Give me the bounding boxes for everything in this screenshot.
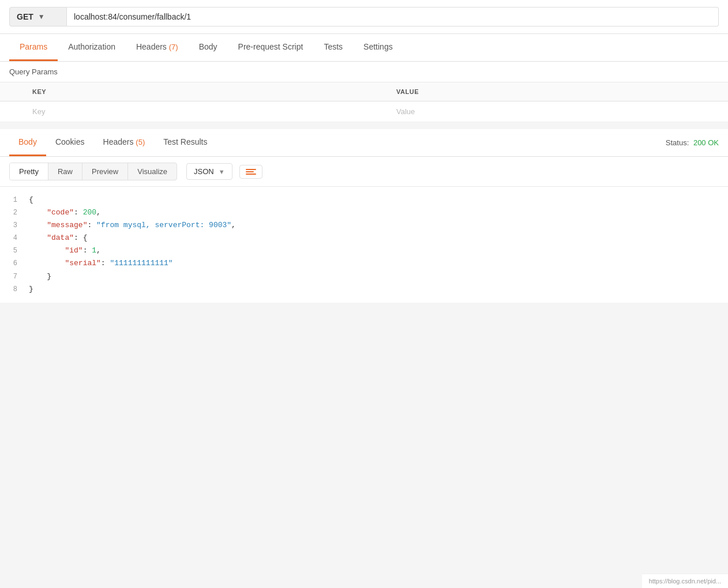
status-value: 200 OK (693, 138, 719, 147)
brace-token: } (47, 272, 51, 281)
key-input-cell: Key (23, 101, 387, 122)
line-number: 3 (0, 219, 29, 231)
wrap-button[interactable] (239, 165, 262, 179)
format-tab-preview[interactable]: Preview (82, 163, 128, 180)
line-number: 6 (0, 257, 29, 269)
format-tab-visualize[interactable]: Visualize (128, 163, 177, 180)
response-tab-body[interactable]: Body (9, 129, 46, 156)
url-input[interactable] (67, 7, 719, 27)
line-number: 1 (0, 194, 29, 206)
response-tab-test-results[interactable]: Test Results (154, 129, 216, 156)
colon-token: : (74, 208, 83, 217)
colon-token: : { (74, 233, 87, 242)
tab-body[interactable]: Body (189, 34, 228, 61)
indent-token (29, 233, 47, 242)
indent-token (29, 259, 65, 267)
tab-authorization[interactable]: Authorization (58, 34, 126, 61)
key-token: "id" (65, 246, 82, 255)
json-line: 7 } (0, 270, 728, 283)
format-tabs: Pretty Raw Preview Visualize (9, 163, 177, 180)
checkbox-col-header (0, 82, 23, 101)
tab-params[interactable]: Params (9, 34, 58, 61)
line-number: 4 (0, 232, 29, 244)
query-params-section: Query Params KEY VALUE Key Value (0, 62, 728, 122)
method-dropdown[interactable]: GET ▼ (9, 7, 67, 27)
key-col-header: KEY (23, 82, 387, 101)
line-number: 8 (0, 283, 29, 295)
json-format-label: JSON (194, 167, 214, 176)
response-toolbar: Pretty Raw Preview Visualize JSON ▼ (0, 157, 728, 187)
table-row: Key Value (0, 101, 728, 122)
json-body: 1{2 "code": 200,3 "message": "from mysql… (0, 187, 728, 303)
colon-token: , (96, 208, 101, 217)
value-input-cell: Value (387, 101, 728, 122)
response-headers-badge: (5) (136, 138, 145, 146)
line-content: } (29, 270, 728, 283)
response-tabs: Body Cookies Headers (5) Test Results St… (0, 129, 728, 157)
indent-token (29, 208, 47, 217)
json-line: 5 "id": 1, (0, 244, 728, 257)
line-content: "serial": "111111111111" (29, 257, 728, 270)
number-token: 200 (83, 208, 96, 217)
number-token: 1 (92, 246, 96, 255)
indent-token (29, 246, 65, 255)
request-tabs: Params Authorization Headers (7) Body Pr… (0, 34, 728, 62)
colon-token: : (101, 259, 110, 267)
tab-tests[interactable]: Tests (313, 34, 353, 61)
headers-badge: (7) (169, 43, 178, 51)
wrap-lines-icon (246, 169, 256, 175)
tab-prerequest[interactable]: Pre-request Script (228, 34, 314, 61)
response-tab-headers[interactable]: Headers (5) (94, 129, 155, 156)
line-content: "data": { (29, 232, 728, 244)
indent-token (29, 221, 47, 229)
json-chevron-icon: ▼ (219, 168, 225, 175)
status-badge: Status: 200 OK (666, 130, 719, 155)
method-chevron-icon: ▼ (38, 13, 45, 21)
value-placeholder: Value (396, 107, 415, 116)
params-table: KEY VALUE Key Value (0, 82, 728, 122)
tab-headers[interactable]: Headers (7) (126, 34, 189, 61)
key-token: "serial" (65, 259, 100, 267)
json-line: 1{ (0, 194, 728, 206)
key-token: "message" (47, 221, 87, 229)
json-line: 4 "data": { (0, 232, 728, 244)
brace-token: } (29, 285, 33, 293)
line-content: "code": 200, (29, 206, 728, 219)
format-tab-raw[interactable]: Raw (48, 163, 82, 180)
key-token: "data" (47, 233, 74, 242)
key-placeholder: Key (32, 107, 45, 116)
json-line: 6 "serial": "111111111111" (0, 257, 728, 270)
line-number: 7 (0, 270, 29, 282)
line-content: "message": "from mysql, serverPort: 9003… (29, 219, 728, 232)
colon-token: , (231, 221, 236, 229)
line-content: } (29, 283, 728, 296)
colon-token: , (96, 246, 101, 255)
colon-token: : (83, 246, 92, 255)
query-params-title: Query Params (0, 62, 728, 82)
indent-token (29, 272, 47, 281)
string-token: "111111111111" (110, 259, 172, 267)
key-token: "code" (47, 208, 74, 217)
format-tab-pretty[interactable]: Pretty (10, 163, 48, 180)
row-checkbox (0, 101, 23, 122)
method-label: GET (17, 12, 33, 21)
json-line: 2 "code": 200, (0, 206, 728, 219)
response-tab-cookies[interactable]: Cookies (46, 129, 94, 156)
line-content: { (29, 194, 728, 206)
tab-settings[interactable]: Settings (353, 34, 403, 61)
json-line: 8} (0, 283, 728, 296)
brace-token: { (29, 195, 33, 204)
line-number: 2 (0, 206, 29, 218)
line-content: "id": 1, (29, 244, 728, 257)
json-line: 3 "message": "from mysql, serverPort: 90… (0, 219, 728, 232)
json-format-select[interactable]: JSON ▼ (186, 163, 232, 180)
url-bar: GET ▼ (0, 0, 728, 34)
value-col-header: VALUE (387, 82, 728, 101)
string-token: "from mysql, serverPort: 9003" (96, 221, 231, 229)
colon-token: : (87, 221, 96, 229)
line-number: 5 (0, 244, 29, 257)
